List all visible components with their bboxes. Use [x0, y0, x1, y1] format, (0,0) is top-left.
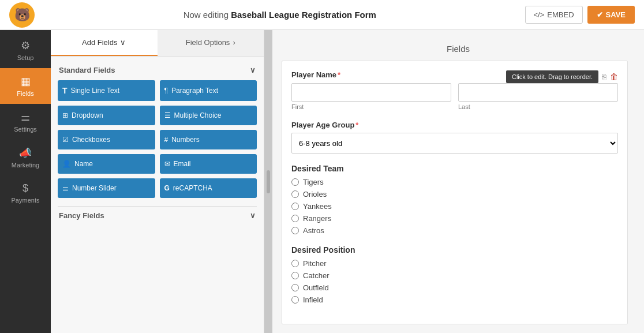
positions-radio-group: Pitcher Catcher Outfield Infield — [291, 259, 618, 304]
team-tigers[interactable]: Tigers — [291, 178, 618, 186]
save-button[interactable]: ✔ SAVE — [587, 6, 635, 24]
position-pitcher-radio[interactable] — [291, 260, 299, 267]
team-orioles[interactable]: Orioles — [291, 190, 618, 199]
logo-icon: 🐻 — [9, 2, 35, 28]
left-sidebar: ⚙ Setup ▦ Fields ⚌ Settings 📣 Marketing … — [0, 30, 51, 333]
chevron-down-icon: ∨ — [250, 211, 256, 220]
checkbox-icon: ☑ — [62, 136, 69, 144]
sidebar-item-setup[interactable]: ⚙ Setup — [0, 32, 51, 68]
chevron-down-icon: ∨ — [250, 66, 256, 74]
sidebar-item-payments[interactable]: $ Payments — [0, 175, 51, 211]
edit-tooltip: Click to edit. Drag to reorder. — [506, 70, 598, 83]
person-icon: 👤 — [62, 160, 71, 168]
field-actions: Click to edit. Drag to reorder. ⎘ 🗑 — [501, 70, 618, 83]
player-age-label: Player Age Group* — [291, 121, 618, 129]
team-astros-radio[interactable] — [291, 227, 299, 234]
field-buttons-grid: T Single Line Text ¶ Paragraph Text ⊞ Dr… — [58, 80, 257, 198]
position-outfield-radio[interactable] — [291, 284, 299, 291]
required-asterisk: * — [338, 70, 340, 79]
position-catcher[interactable]: Catcher — [291, 271, 618, 280]
fields-panel-tabs: Add Fields ∨ Field Options › — [51, 30, 264, 57]
name-fields-row: First Last — [291, 83, 618, 110]
chevron-down-icon: ∨ — [120, 38, 126, 47]
first-label: First — [291, 103, 451, 110]
gear-icon: ⚙ — [21, 39, 30, 52]
team-yankees-radio[interactable] — [291, 203, 299, 210]
desired-team-label: Desired Team — [291, 164, 618, 173]
envelope-icon: ✉ — [164, 160, 170, 168]
dropdown-icon: ⊞ — [62, 111, 68, 119]
duplicate-button[interactable]: ⎘ — [602, 72, 606, 81]
recaptcha-icon: G — [164, 184, 170, 192]
sliders-icon: ⚌ — [21, 111, 30, 124]
form-canvas: Fields Player Name* Click to edit. Drag … — [272, 30, 644, 333]
first-name-col: First — [291, 83, 451, 110]
sidebar-item-fields[interactable]: ▦ Fields — [0, 68, 51, 104]
desired-team-group: Desired Team Tigers Orioles Yankees Rang… — [291, 164, 618, 235]
fields-panel: Add Fields ∨ Field Options › Standard Fi… — [51, 30, 264, 333]
form-title: Now editing Baseball League Registration… — [184, 10, 376, 20]
form-canvas-inner: Player Name* Click to edit. Drag to reor… — [282, 61, 628, 324]
field-btn-paragraph-text[interactable]: ¶ Paragraph Text — [160, 80, 257, 101]
fields-scroll-area[interactable]: Standard Fields ∨ T Single Line Text ¶ P… — [51, 57, 264, 333]
field-btn-recaptcha[interactable]: G reCAPTCHA — [160, 178, 257, 198]
teams-radio-group: Tigers Orioles Yankees Rangers Astros — [291, 178, 618, 235]
player-name-header: Player Name* Click to edit. Drag to reor… — [291, 70, 618, 83]
tab-field-options[interactable]: Field Options › — [158, 30, 264, 56]
logo-area: 🐻 — [9, 2, 35, 28]
position-infield[interactable]: Infield — [291, 295, 618, 304]
required-asterisk-2: * — [355, 121, 358, 129]
position-outfield[interactable]: Outfield — [291, 283, 618, 292]
tab-add-fields[interactable]: Add Fields ∨ — [51, 30, 158, 56]
team-orioles-radio[interactable] — [291, 190, 299, 198]
field-btn-checkboxes[interactable]: ☑ Checkboxes — [58, 130, 155, 149]
resize-handle[interactable] — [264, 30, 272, 333]
desired-position-group: Desired Position Pitcher Catcher Outfiel… — [291, 245, 618, 304]
age-select[interactable]: 6-8 years old 9-11 years old 12-14 years… — [291, 133, 618, 154]
text-t-icon: T — [62, 86, 68, 95]
standard-fields-header: Standard Fields ∨ — [58, 66, 257, 74]
check-icon: ✔ — [597, 10, 603, 19]
first-name-input[interactable] — [291, 83, 451, 102]
field-btn-dropdown[interactable]: ⊞ Dropdown — [58, 106, 155, 125]
team-rangers[interactable]: Rangers — [291, 214, 618, 223]
drag-handle — [267, 170, 270, 193]
top-bar: 🐻 Now editing Baseball League Registrati… — [0, 0, 644, 30]
field-btn-email[interactable]: ✉ Email — [160, 154, 257, 174]
field-btn-number-slider[interactable]: ⚌ Number Slider — [58, 178, 155, 198]
main-layout: ⚙ Setup ▦ Fields ⚌ Settings 📣 Marketing … — [0, 30, 644, 333]
hash-icon: # — [164, 136, 169, 144]
player-name-label: Player Name* — [291, 70, 340, 79]
top-actions: </> EMBED ✔ SAVE — [525, 6, 635, 24]
dollar-icon: $ — [23, 182, 28, 194]
last-name-col: Last — [458, 83, 618, 110]
team-yankees[interactable]: Yankees — [291, 202, 618, 211]
desired-position-label: Desired Position — [291, 245, 618, 255]
team-tigers-radio[interactable] — [291, 178, 299, 186]
field-btn-multiple-choice[interactable]: ☰ Multiple Choice — [160, 106, 257, 125]
field-btn-numbers[interactable]: # Numbers — [160, 130, 257, 149]
position-infield-radio[interactable] — [291, 296, 299, 304]
last-name-input[interactable] — [458, 83, 618, 102]
field-btn-name[interactable]: 👤 Name — [58, 154, 155, 174]
player-name-group: Player Name* Click to edit. Drag to reor… — [291, 70, 618, 110]
slider-icon: ⚌ — [62, 184, 69, 192]
list-icon: ☰ — [164, 111, 171, 119]
position-pitcher[interactable]: Pitcher — [291, 259, 618, 268]
team-astros[interactable]: Astros — [291, 226, 618, 235]
fields-icon: ▦ — [21, 75, 31, 88]
embed-button[interactable]: </> EMBED — [525, 6, 583, 24]
sidebar-item-settings[interactable]: ⚌ Settings — [0, 104, 51, 140]
player-name-label-wrap: Player Name* — [291, 70, 340, 83]
delete-button[interactable]: 🗑 — [610, 72, 618, 81]
field-btn-single-line-text[interactable]: T Single Line Text — [58, 80, 155, 101]
last-label: Last — [458, 103, 618, 110]
megaphone-icon: 📣 — [19, 147, 32, 159]
code-icon: </> — [534, 10, 545, 19]
team-rangers-radio[interactable] — [291, 215, 299, 222]
sidebar-item-marketing[interactable]: 📣 Marketing — [0, 140, 51, 175]
player-age-group: Player Age Group* 6-8 years old 9-11 yea… — [291, 121, 618, 154]
paragraph-icon: ¶ — [164, 87, 168, 95]
chevron-right-icon: › — [233, 38, 235, 47]
position-catcher-radio[interactable] — [291, 272, 299, 279]
